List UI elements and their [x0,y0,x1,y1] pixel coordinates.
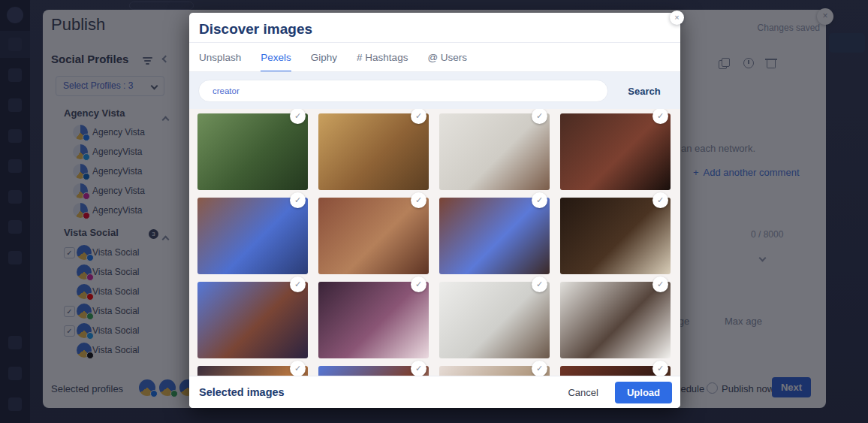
select-check-icon[interactable]: ✓ [653,361,668,376]
photo-result-partial-photo-2[interactable]: ✓ [318,366,429,376]
select-check-icon[interactable]: ✓ [411,192,426,208]
tab-unsplash[interactable]: Unsplash [199,52,241,72]
photo-result-creator-photographing-in-forest[interactable]: ✓ [197,113,308,190]
search-bar: Search [189,72,680,109]
photo-result-partial-photo-4[interactable]: ✓ [560,366,671,376]
modal-title: Discover images [199,21,312,38]
select-check-icon[interactable]: ✓ [653,109,668,124]
photo-result-vlogger-blue-outfit-neon-chair[interactable]: ✓ [197,282,308,358]
tab-giphy[interactable]: Giphy [311,52,337,72]
photo-result-partial-photo-1[interactable]: ✓ [197,366,308,376]
tab-hashtags[interactable]: # Hashtags [357,52,408,72]
tab-users[interactable]: @ Users [427,52,467,72]
photo-result-partial-photo-3[interactable]: ✓ [439,366,550,376]
search-button[interactable]: Search [614,80,674,102]
close-icon[interactable]: × [670,11,684,25]
modal-tabs: UnsplashPexelsGiphy# Hashtags@ Users [199,42,467,72]
photo-result-vlogger-blue-shirt-phone-closeup[interactable]: ✓ [197,198,308,274]
select-check-icon[interactable]: ✓ [411,361,426,376]
upload-button[interactable]: Upload [615,382,672,403]
photo-result-man-headphones-working-laptop[interactable]: ✓ [560,282,671,358]
select-check-icon[interactable]: ✓ [532,109,547,124]
select-check-icon[interactable]: ✓ [290,109,306,124]
select-check-icon[interactable]: ✓ [532,361,547,376]
select-check-icon[interactable]: ✓ [653,276,668,292]
photo-result-vlogger-hands-on-head-ring-light[interactable]: ✓ [439,198,550,274]
app-root: Publish Social Profiles Select Profiles … [0,0,868,423]
select-check-icon[interactable]: ✓ [411,276,426,292]
select-check-icon[interactable]: ✓ [290,192,306,208]
photo-result-hand-adjusting-phone-ring-light[interactable]: ✓ [318,282,429,358]
tab-pexels[interactable]: Pexels [261,52,291,72]
photo-result-woman-curly-hair-white-top[interactable]: ✓ [439,113,550,190]
photo-result-vlogger-armchair-brick-neon-studio[interactable]: ✓ [318,198,429,274]
photo-result-artist-painting-at-easel[interactable]: ✓ [318,113,429,190]
modal-footer: Selected images Cancel Upload [189,376,680,408]
select-check-icon[interactable]: ✓ [653,192,668,208]
photo-result-ring-light-phone-dark-studio[interactable]: ✓ [560,198,671,274]
selected-images-label: Selected images [199,386,285,398]
search-input[interactable] [198,80,608,102]
select-check-icon[interactable]: ✓ [290,361,306,376]
photo-result-creators-working-desk-monitors[interactable]: ✓ [439,282,550,358]
select-check-icon[interactable]: ✓ [532,276,547,292]
image-results-grid: ✓✓✓✓✓✓✓✓✓✓✓✓✓✓✓✓ [189,109,680,376]
select-check-icon[interactable]: ✓ [532,192,547,208]
cancel-button[interactable]: Cancel [563,386,602,399]
select-check-icon[interactable]: ✓ [411,109,426,124]
discover-images-modal: Discover images × UnsplashPexelsGiphy# H… [189,13,680,408]
photo-result-selfie-ring-light-brick-room[interactable]: ✓ [560,113,671,190]
select-check-icon[interactable]: ✓ [290,276,306,292]
